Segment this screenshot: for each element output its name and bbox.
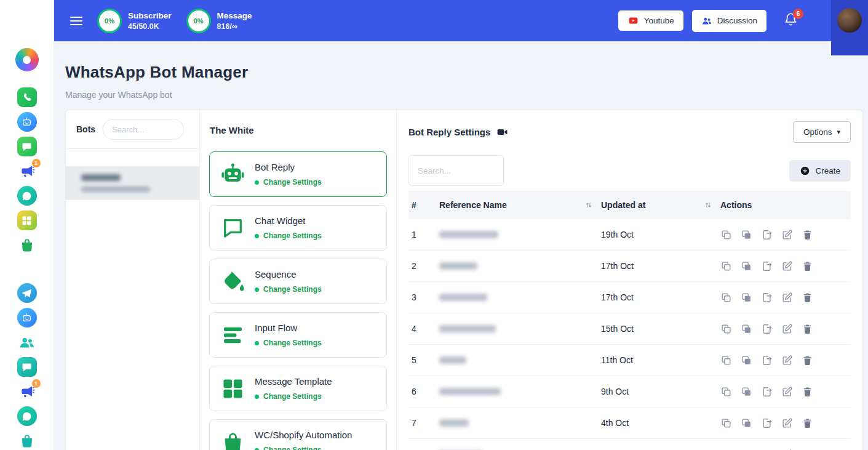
export-button[interactable] xyxy=(761,260,773,272)
sidebar-item-telegram-livechat[interactable] xyxy=(17,406,37,426)
avatar[interactable] xyxy=(837,8,862,33)
clone-button[interactable] xyxy=(720,260,732,272)
create-button-label: Create xyxy=(815,166,840,175)
setting-card-chat-widget[interactable]: Chat Widget Change Settings xyxy=(209,205,387,251)
setting-card-wc-shopify[interactable]: WC/Shopify Automation Change Settings xyxy=(209,419,387,450)
subscriber-value: 45/50.0K xyxy=(128,22,172,31)
export-button[interactable] xyxy=(761,417,773,429)
topbar: 0% Subscriber 45/50.0K 0% Message 816/∞ … xyxy=(54,0,868,41)
trash-button[interactable] xyxy=(802,417,813,429)
change-settings-link[interactable]: Change Settings xyxy=(255,178,322,187)
sort-icon[interactable] xyxy=(704,201,712,209)
bubble-square-icon xyxy=(17,137,37,156)
trash-button[interactable] xyxy=(802,386,813,398)
edit-button[interactable] xyxy=(781,417,793,429)
clone-button[interactable] xyxy=(720,292,732,303)
options-button[interactable]: Options ▾ xyxy=(793,121,851,143)
setting-card-message-template[interactable]: Message Template Change Settings xyxy=(209,366,387,411)
grid-icon xyxy=(218,374,247,403)
hamburger-menu-icon[interactable] xyxy=(70,17,82,25)
status-dot xyxy=(255,234,259,238)
copy-button[interactable] xyxy=(741,229,752,241)
redacted-bot-subtitle xyxy=(81,187,150,192)
notifications-button[interactable]: 6 xyxy=(784,12,798,29)
clone-button[interactable] xyxy=(720,417,732,429)
header-updated-at[interactable]: Updated at xyxy=(601,200,720,210)
edit-button[interactable] xyxy=(781,386,793,398)
sidebar-item-whatsapp-bot[interactable] xyxy=(17,112,37,132)
sidebar-item-whatsapp[interactable] xyxy=(17,87,37,107)
main-card: Bots The White Bot Reply Change Setti xyxy=(65,110,863,450)
setting-card-bot-reply[interactable]: Bot Reply Change Settings xyxy=(209,151,387,197)
trash-button[interactable] xyxy=(802,355,813,366)
robot-head-icon xyxy=(17,308,37,327)
export-button[interactable] xyxy=(761,229,773,241)
notification-badge: 1 xyxy=(32,379,41,388)
copy-button[interactable] xyxy=(741,260,752,272)
copy-button[interactable] xyxy=(741,323,752,335)
sidebar-item-telegram-shop[interactable] xyxy=(17,431,37,450)
sidebar-item-telegram-broadcast[interactable]: 1 xyxy=(17,382,37,401)
robot-icon xyxy=(218,160,247,188)
updated-date: 17th Oct xyxy=(601,261,720,271)
export-button[interactable] xyxy=(761,323,773,335)
edit-button[interactable] xyxy=(781,292,793,303)
bots-search-input[interactable] xyxy=(103,119,184,140)
change-settings-link[interactable]: Change Settings xyxy=(255,392,332,401)
copy-button[interactable] xyxy=(741,386,752,398)
youtube-button[interactable]: Youtube xyxy=(618,10,683,31)
trash-button[interactable] xyxy=(802,292,813,303)
subscriber-label: Subscriber xyxy=(128,10,172,22)
bag-icon xyxy=(17,431,37,450)
export-button[interactable] xyxy=(761,292,773,303)
bots-panel: Bots xyxy=(66,110,200,450)
change-settings-link[interactable]: Change Settings xyxy=(255,285,322,294)
sidebar-item-whatsapp-broadcast[interactable]: 1 xyxy=(17,161,37,181)
bots-panel-header: Bots xyxy=(66,110,199,149)
export-button[interactable] xyxy=(761,355,773,366)
sidebar-item-telegram-group[interactable] xyxy=(17,332,37,352)
sidebar-item-whatsapp-livechat[interactable] xyxy=(17,186,37,206)
change-settings-link[interactable]: Change Settings xyxy=(255,446,352,450)
sidebar-item-telegram[interactable] xyxy=(17,283,37,303)
subscriber-stat: 0% Subscriber 45/50.0K xyxy=(97,9,172,33)
copy-button[interactable] xyxy=(741,292,752,303)
sidebar-item-whatsapp-chatbot[interactable] xyxy=(17,137,37,156)
clone-button[interactable] xyxy=(720,386,732,398)
edit-button[interactable] xyxy=(781,355,793,366)
header-reference-name[interactable]: Reference Name xyxy=(439,200,601,210)
reply-search-input[interactable] xyxy=(408,155,504,186)
header-reference-name-label: Reference Name xyxy=(439,200,507,210)
copy-button[interactable] xyxy=(741,417,752,429)
trash-button[interactable] xyxy=(802,323,813,335)
message-progress-ring: 0% xyxy=(186,9,211,33)
discussion-button[interactable]: Discussion xyxy=(692,10,766,32)
export-button[interactable] xyxy=(761,386,773,398)
clone-button[interactable] xyxy=(720,355,732,366)
edit-button[interactable] xyxy=(781,229,793,241)
bubble-icon xyxy=(17,186,37,206)
copy-button[interactable] xyxy=(741,355,752,366)
sidebar-item-catalog[interactable] xyxy=(17,211,37,230)
video-camera-icon[interactable] xyxy=(496,126,508,138)
setting-card-sequence[interactable]: Sequence Change Settings xyxy=(209,259,387,304)
bot-list-item-selected[interactable] xyxy=(66,166,199,200)
robot-head-icon xyxy=(17,112,37,132)
sidebar-item-logo[interactable] xyxy=(15,48,39,71)
change-settings-link[interactable]: Change Settings xyxy=(255,339,322,347)
trash-button[interactable] xyxy=(802,229,813,241)
sidebar-item-telegram-bot[interactable] xyxy=(17,308,37,327)
clone-button[interactable] xyxy=(720,323,732,335)
edit-button[interactable] xyxy=(781,260,793,272)
profile-menu[interactable] xyxy=(831,0,868,55)
sidebar-item-whatsapp-shop[interactable] xyxy=(17,235,37,255)
edit-button[interactable] xyxy=(781,323,793,335)
change-settings-link[interactable]: Change Settings xyxy=(255,231,322,240)
setting-card-input-flow[interactable]: Input Flow Change Settings xyxy=(209,312,387,358)
sort-icon[interactable] xyxy=(585,201,592,209)
trash-button[interactable] xyxy=(802,260,813,272)
sidebar-item-telegram-chatbot[interactable] xyxy=(17,357,37,377)
bot-reply-header: Bot Reply Settings Options ▾ xyxy=(408,121,851,143)
create-button[interactable]: Create xyxy=(789,160,851,182)
clone-button[interactable] xyxy=(720,229,732,241)
